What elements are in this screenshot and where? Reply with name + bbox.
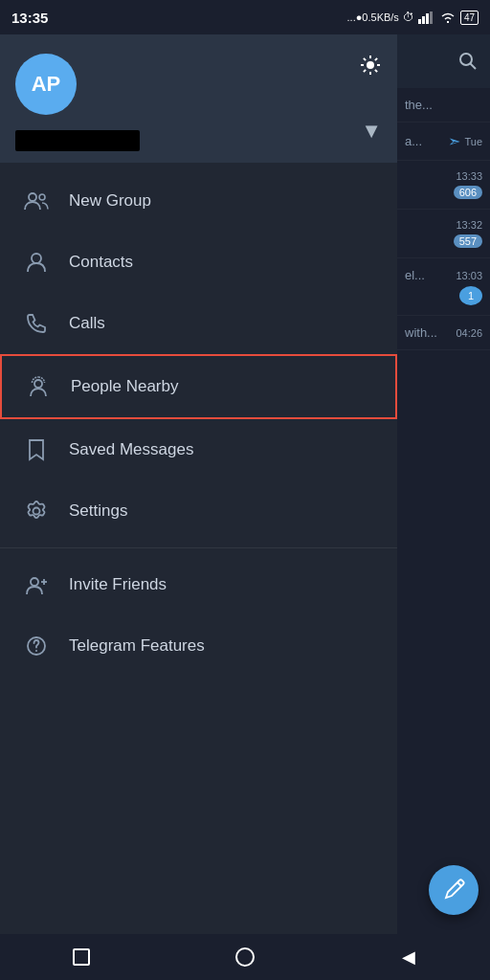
menu-divider xyxy=(0,547,397,548)
bookmark-icon xyxy=(19,433,54,467)
svg-point-22 xyxy=(35,650,37,652)
svg-point-13 xyxy=(29,193,36,201)
chat-time-4: 13:32 xyxy=(456,219,482,231)
svg-point-16 xyxy=(34,380,42,388)
menu-item-calls[interactable]: Calls xyxy=(0,293,397,354)
chat-text-6: with... xyxy=(405,325,437,340)
svg-point-4 xyxy=(367,61,374,69)
calls-icon xyxy=(19,306,54,341)
sent-icon: ➣ xyxy=(448,132,460,150)
svg-point-18 xyxy=(31,578,38,586)
account-chevron[interactable]: ▼ xyxy=(361,119,382,144)
menu-label-calls: Calls xyxy=(69,314,105,333)
chat-badge-5: 1 xyxy=(459,286,482,305)
svg-point-14 xyxy=(39,194,45,200)
menu-label-settings: Settings xyxy=(69,501,127,521)
settings-icon xyxy=(19,494,54,528)
svg-line-11 xyxy=(375,58,377,60)
drawer-header-left: AP xyxy=(15,54,140,151)
drawer-name-row xyxy=(15,130,140,151)
square-icon xyxy=(73,948,90,966)
avatar-initials: AP xyxy=(32,72,61,97)
signal-icon xyxy=(418,11,435,24)
nearby-icon xyxy=(21,369,56,404)
contacts-icon xyxy=(19,245,54,279)
svg-line-12 xyxy=(364,70,366,72)
status-time: 13:35 xyxy=(11,10,48,26)
menu-item-telegram-features[interactable]: Telegram Features xyxy=(0,615,397,677)
chat-text-2: a... xyxy=(405,134,422,148)
compose-fab[interactable] xyxy=(429,865,479,915)
svg-point-23 xyxy=(460,54,472,65)
chat-time-2: Tue xyxy=(464,136,482,147)
svg-line-24 xyxy=(471,64,477,70)
chat-peek: the... a... ➣ Tue 13:33 60 xyxy=(397,34,490,934)
menu-label-people-nearby: People Nearby xyxy=(71,377,178,396)
drawer: AP xyxy=(0,34,397,934)
search-icon[interactable] xyxy=(457,51,479,72)
svg-point-15 xyxy=(32,254,41,263)
svg-line-25 xyxy=(457,882,461,886)
svg-point-17 xyxy=(33,508,40,515)
chat-time-6: 04:26 xyxy=(456,327,482,339)
menu-label-telegram-features: Telegram Features xyxy=(69,636,205,656)
menu-label-contacts: Contacts xyxy=(69,253,133,272)
bottom-nav: ◀ xyxy=(0,934,490,980)
menu-list: New Group Contacts Ca xyxy=(0,163,397,934)
status-bar: 13:35 ...●0.5KB/s ⏱ 47 xyxy=(0,0,490,34)
chat-badge-3: 606 xyxy=(454,186,482,199)
menu-item-settings[interactable]: Settings xyxy=(0,480,397,542)
nav-square-button[interactable] xyxy=(64,940,99,974)
chat-peek-list: the... a... ➣ Tue 13:33 60 xyxy=(397,88,490,934)
svg-rect-1 xyxy=(422,16,425,24)
brightness-icon[interactable] xyxy=(359,54,382,77)
menu-label-invite-friends: Invite Friends xyxy=(69,575,167,594)
chat-text-1: the... xyxy=(405,98,433,112)
app-container: AP xyxy=(0,34,490,934)
network-speed: ...●0.5KB/s xyxy=(347,11,399,23)
menu-item-new-group[interactable]: New Group xyxy=(0,170,397,232)
svg-line-9 xyxy=(364,58,366,60)
chat-time-5: 13:03 xyxy=(456,270,482,281)
chat-item-2[interactable]: a... ➣ Tue xyxy=(397,122,490,161)
avatar[interactable]: AP xyxy=(15,54,77,115)
status-icons: ...●0.5KB/s ⏱ 47 xyxy=(347,11,479,25)
svg-line-10 xyxy=(375,70,377,72)
menu-label-saved-messages: Saved Messages xyxy=(69,440,193,459)
chat-text-5: el... xyxy=(405,268,425,282)
nav-back-button[interactable]: ◀ xyxy=(391,940,426,974)
chat-item-1[interactable]: the... xyxy=(397,88,490,122)
chat-time-3: 13:33 xyxy=(456,170,482,182)
chat-item-5[interactable]: el... 13:03 1 xyxy=(397,258,490,316)
chat-item-3[interactable]: 13:33 606 xyxy=(397,161,490,210)
alarm-icon: ⏱ xyxy=(403,11,414,24)
chat-item-4[interactable]: 13:32 557 xyxy=(397,210,490,258)
drawer-header: AP xyxy=(0,34,397,163)
drawer-name-redacted xyxy=(15,130,140,151)
wifi-icon xyxy=(439,11,457,24)
group-icon xyxy=(19,184,54,218)
battery-icon: 47 xyxy=(460,11,479,25)
svg-rect-0 xyxy=(418,19,421,24)
menu-item-invite-friends[interactable]: Invite Friends xyxy=(0,554,397,615)
help-icon xyxy=(19,629,54,663)
menu-item-people-nearby[interactable]: People Nearby xyxy=(0,354,397,419)
home-icon xyxy=(235,947,255,967)
menu-item-contacts[interactable]: Contacts xyxy=(0,232,397,293)
invite-icon xyxy=(19,568,54,602)
svg-rect-3 xyxy=(430,11,433,24)
menu-label-new-group: New Group xyxy=(69,191,151,211)
chat-item-6[interactable]: with... 04:26 xyxy=(397,316,490,350)
menu-item-saved-messages[interactable]: Saved Messages xyxy=(0,419,397,480)
nav-home-button[interactable] xyxy=(228,940,262,974)
chat-badge-4: 557 xyxy=(454,234,482,248)
back-icon: ◀ xyxy=(402,947,415,968)
chat-peek-header xyxy=(397,34,490,88)
svg-rect-2 xyxy=(426,13,429,24)
